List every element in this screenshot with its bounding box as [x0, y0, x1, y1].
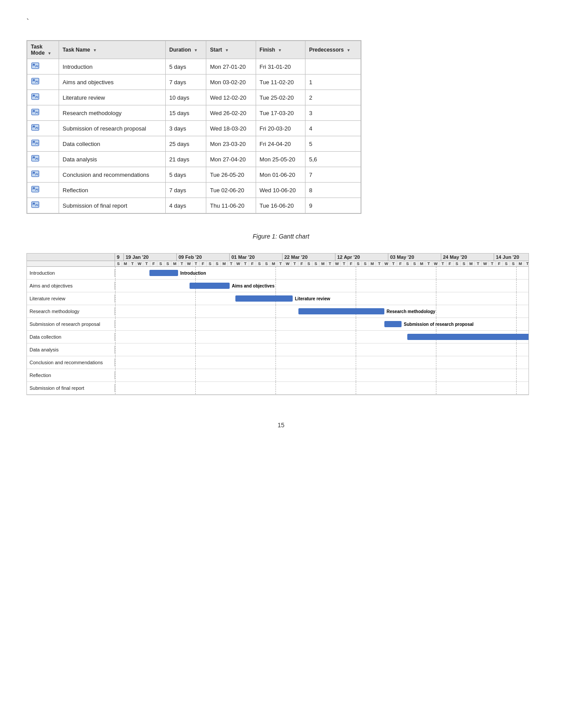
gantt-day-cell: M	[221, 261, 228, 266]
gantt-day-cell: F	[249, 261, 256, 266]
gantt-vertical-line	[275, 267, 276, 279]
gantt-bar-area: Conclusion and recommendations	[115, 356, 529, 369]
gantt-bar-area: Literature review	[115, 292, 529, 305]
task-finish-cell: Mon 25-05-20	[256, 152, 305, 167]
gantt-bar-label: Introduction	[180, 271, 206, 276]
task-predecessors-cell: 7	[305, 167, 361, 183]
task-mode-icon	[31, 139, 40, 149]
gantt-vertical-line	[275, 280, 276, 292]
task-mode-icon	[31, 185, 40, 195]
gantt-task-row: ReflectionReflection	[27, 369, 529, 382]
col-header-task-name[interactable]: Task Name ▼	[59, 41, 166, 59]
gantt-vertical-line	[516, 356, 517, 369]
svg-rect-16	[33, 141, 35, 142]
gantt-day-cell: T	[179, 261, 186, 266]
gantt-day-cell: S	[355, 261, 362, 266]
gantt-day-cell: T	[524, 261, 529, 266]
gantt-day-cell: T	[376, 261, 383, 266]
gantt-day-cell: T	[193, 261, 200, 266]
gantt-header-periods: 919 Jan '2009 Feb '2001 Mar '2022 Mar '2…	[27, 254, 529, 261]
task-name-cell: Introduction	[59, 59, 166, 75]
gantt-vertical-line	[115, 369, 115, 381]
gantt-task-row: Data analysisData analysis	[27, 343, 529, 356]
gantt-vertical-line	[516, 305, 517, 317]
gantt-day-cell: F	[496, 261, 503, 266]
gantt-vertical-line	[195, 305, 196, 317]
gantt-day-cell: M	[468, 261, 475, 266]
gantt-vertical-line	[516, 267, 517, 279]
gantt-period-label: 9	[115, 254, 124, 261]
gantt-vertical-line	[115, 343, 115, 356]
gantt-period-label: 12 Apr '20	[335, 254, 388, 261]
page-number: 15	[26, 422, 536, 429]
gantt-header-spacer	[27, 254, 115, 261]
gantt-task-label: Aims and objectives	[27, 282, 115, 290]
task-duration-cell: 10 days	[166, 90, 206, 105]
gantt-vertical-line	[356, 382, 356, 394]
gantt-day-cell: T	[228, 261, 235, 266]
task-finish-cell: Tue 16-06-20	[256, 198, 305, 213]
task-finish-cell: Fri 24-04-20	[256, 136, 305, 152]
gantt-task-label: Data analysis	[27, 346, 115, 354]
task-predecessors-cell: 1	[305, 75, 361, 90]
table-row: Submission of research proposal3 daysWed…	[27, 121, 361, 136]
col-header-finish[interactable]: Finish ▼	[256, 41, 305, 59]
gantt-day-cell: T	[475, 261, 482, 266]
task-mode-icon	[31, 108, 40, 118]
gantt-task-label: Research methodology	[27, 307, 115, 315]
table-header-row: TaskMode ▼ Task Name ▼ Duration ▼ Start …	[27, 41, 361, 59]
gantt-vertical-line	[115, 331, 115, 343]
gantt-table: TaskMode ▼ Task Name ▼ Duration ▼ Start …	[27, 41, 361, 213]
col-header-task-mode[interactable]: TaskMode ▼	[27, 41, 59, 59]
gantt-day-cell: M	[369, 261, 376, 266]
table-row: Data collection25 daysMon 23-03-20Fri 24…	[27, 136, 361, 152]
svg-rect-28	[33, 203, 35, 204]
col-header-start[interactable]: Start ▼	[206, 41, 256, 59]
task-duration-cell: 21 days	[166, 152, 206, 167]
gantt-vertical-line	[275, 343, 276, 356]
task-mode-icon	[31, 62, 40, 71]
gantt-task-row: Submission of final reportSubmission of …	[27, 382, 529, 395]
gantt-day-cell: S	[454, 261, 461, 266]
gantt-bar-label: Submission of research proposal	[404, 322, 473, 327]
gantt-task-label: Reflection	[27, 371, 115, 379]
gantt-vertical-line	[516, 318, 517, 330]
gantt-vertical-line	[516, 343, 517, 356]
gantt-vertical-line	[356, 369, 356, 381]
table-row: Research methodology15 daysWed 26-02-20T…	[27, 105, 361, 121]
gantt-days-spacer	[27, 261, 115, 266]
task-mode-icon	[31, 170, 40, 179]
gantt-vertical-line	[195, 382, 196, 394]
gantt-bar-area: Data collection	[115, 331, 529, 343]
gantt-vertical-line	[516, 369, 517, 381]
gantt-vertical-line	[356, 267, 356, 279]
gantt-period-label: 19 Jan '20	[124, 254, 177, 261]
figure-caption: Figure 1: Gantt chart	[26, 233, 536, 240]
col-header-duration[interactable]: Duration ▼	[166, 41, 206, 59]
svg-rect-4	[33, 79, 35, 81]
gantt-day-cell: S	[305, 261, 313, 266]
svg-rect-19	[33, 157, 35, 158]
gantt-body: IntroductionIntroductionAims and objecti…	[27, 267, 529, 395]
task-mode-icon	[31, 154, 40, 164]
task-finish-cell: Tue 25-02-20	[256, 90, 305, 105]
gantt-chart-section: 919 Jan '2009 Feb '2001 Mar '2022 Mar '2…	[26, 253, 529, 395]
gantt-day-cell: M	[122, 261, 129, 266]
gantt-bar-label: Research methodology	[387, 309, 435, 314]
gantt-bar	[384, 321, 402, 327]
gantt-task-row: Data collectionData collection	[27, 331, 529, 343]
gantt-day-cell: W	[235, 261, 242, 266]
gantt-task-row: Research methodologyResearch methodology	[27, 305, 529, 318]
gantt-day-cell: W	[186, 261, 193, 266]
gantt-day-cell: W	[432, 261, 439, 266]
task-mode-cell	[27, 75, 59, 90]
gantt-bar	[407, 334, 529, 340]
gantt-day-cell: F	[150, 261, 157, 266]
gantt-bar-area: Research methodology	[115, 305, 529, 317]
gantt-bar-label: Aims and objectives	[232, 284, 275, 288]
col-header-predecessors[interactable]: Predecessors ▼	[305, 41, 361, 59]
gantt-day-cell: T	[291, 261, 298, 266]
task-start-cell: Mon 27-01-20	[206, 59, 256, 75]
task-finish-cell: Mon 01-06-20	[256, 167, 305, 183]
table-row: Submission of final report4 daysThu 11-0…	[27, 198, 361, 213]
